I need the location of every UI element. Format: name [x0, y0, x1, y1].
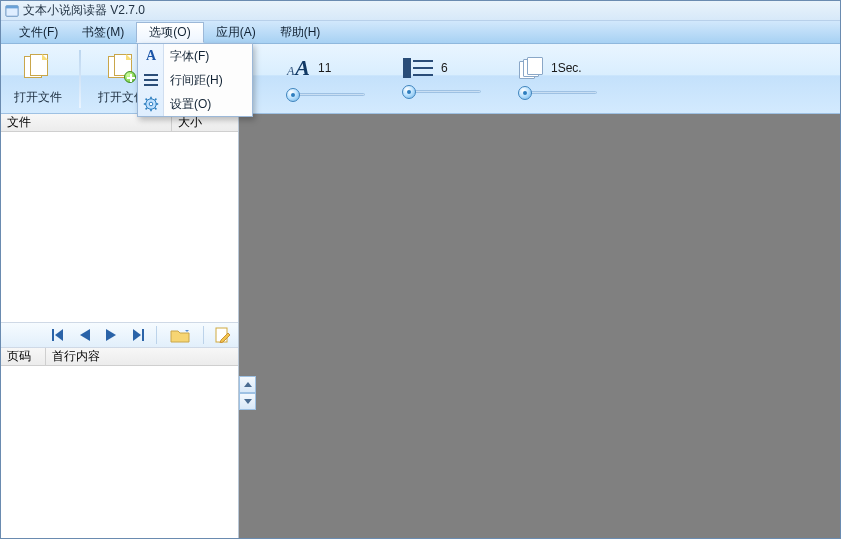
toolbar-separator — [79, 50, 81, 108]
interval-group: 1Sec. — [511, 48, 605, 110]
svg-line-17 — [155, 108, 157, 110]
window-title: 文本小说阅读器 V2.7.0 — [23, 2, 145, 19]
next-page-button[interactable] — [102, 326, 120, 344]
font-size-icon: AA — [287, 55, 310, 81]
open-files-icon — [106, 53, 138, 85]
app-icon — [5, 4, 19, 18]
font-size-group: AA 11 — [279, 48, 373, 110]
svg-line-18 — [155, 99, 157, 101]
svg-marker-8 — [185, 330, 189, 332]
svg-marker-5 — [106, 329, 116, 341]
svg-marker-6 — [133, 329, 141, 341]
workspace: 文件 大小 — [1, 114, 840, 538]
svg-point-11 — [149, 102, 153, 106]
side-panel: 文件 大小 — [1, 114, 239, 538]
dd-linegap[interactable]: 行间距(H) — [138, 68, 252, 92]
page-list-header: 页码 首行内容 — [1, 348, 238, 366]
page-nav-toolbar — [1, 322, 238, 348]
toolbar-separator — [156, 326, 157, 344]
svg-rect-1 — [6, 5, 18, 8]
open-file-button[interactable]: 打开文件 — [5, 48, 71, 110]
font-icon: A — [143, 48, 159, 64]
line-gap-group: 6 — [395, 48, 489, 110]
open-file-icon — [22, 53, 54, 85]
content-area — [239, 114, 840, 538]
last-page-button[interactable] — [128, 326, 146, 344]
line-gap-icon — [403, 58, 433, 78]
svg-line-16 — [146, 99, 148, 101]
line-gap-slider[interactable] — [403, 84, 481, 100]
interval-value: 1Sec. — [551, 61, 582, 75]
dd-font[interactable]: A 字体(F) — [138, 44, 252, 68]
menu-options[interactable]: 选项(O) — [136, 22, 203, 43]
menu-bookmark[interactable]: 书签(M) — [70, 21, 136, 43]
menu-bar: 文件(F) 书签(M) 选项(O) 应用(A) 帮助(H) — [1, 21, 840, 44]
svg-marker-3 — [55, 329, 63, 341]
scroll-up-button[interactable] — [239, 376, 256, 393]
title-bar: 文本小说阅读器 V2.7.0 — [1, 1, 840, 21]
dd-linegap-label: 行间距(H) — [170, 72, 223, 89]
pages-icon — [519, 57, 543, 79]
font-size-slider[interactable] — [287, 87, 365, 103]
menu-file[interactable]: 文件(F) — [7, 21, 70, 43]
col-page[interactable]: 页码 — [1, 348, 45, 365]
dd-font-label: 字体(F) — [170, 48, 209, 65]
dd-settings[interactable]: 设置(O) — [138, 92, 252, 116]
svg-rect-7 — [142, 329, 144, 341]
toolbar-separator — [203, 326, 204, 344]
open-file-label: 打开文件 — [14, 89, 62, 106]
col-first[interactable]: 首行内容 — [46, 348, 106, 365]
edit-button[interactable] — [214, 326, 232, 344]
interval-slider[interactable] — [519, 85, 597, 101]
line-gap-value: 6 — [441, 61, 469, 75]
menu-apply[interactable]: 应用(A) — [204, 21, 268, 43]
file-list[interactable] — [1, 132, 238, 322]
first-page-button[interactable] — [50, 326, 68, 344]
open-doc-button[interactable] — [167, 326, 193, 344]
menu-help[interactable]: 帮助(H) — [268, 21, 333, 43]
svg-rect-2 — [52, 329, 54, 341]
toolbar: 打开文件 打开文件 AA 11 — [1, 44, 840, 114]
options-dropdown: A 字体(F) 行间距(H) 设置(O) — [137, 43, 253, 117]
svg-line-19 — [146, 108, 148, 110]
font-size-value: 11 — [318, 61, 346, 75]
scroll-down-button[interactable] — [239, 393, 256, 410]
gear-icon — [143, 96, 159, 112]
prev-page-button[interactable] — [76, 326, 94, 344]
mini-scrollbar[interactable] — [239, 376, 256, 410]
svg-marker-4 — [80, 329, 90, 341]
page-list[interactable] — [1, 366, 238, 538]
linegap-icon — [143, 72, 159, 88]
dd-settings-label: 设置(O) — [170, 96, 211, 113]
